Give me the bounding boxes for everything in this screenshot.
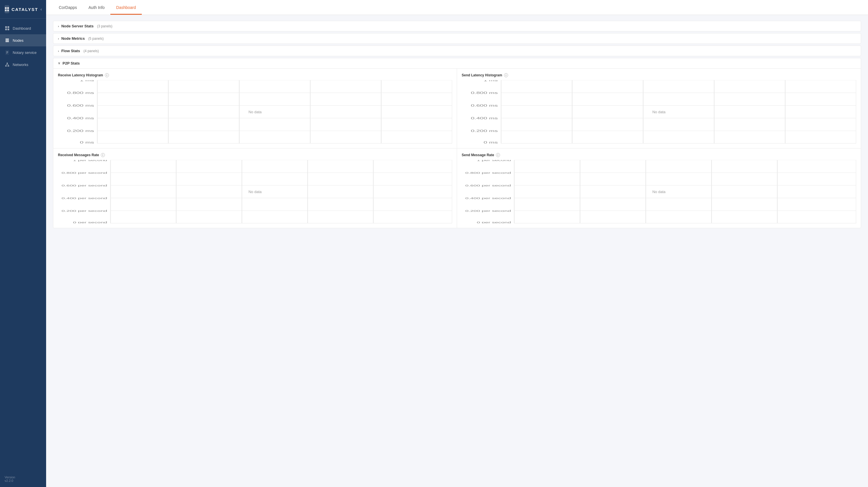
chart-send-message-rate: Send Message Rate i bbox=[457, 148, 861, 228]
section-count-node-metrics: (5 panels) bbox=[88, 37, 103, 41]
svg-text:0.800 per second: 0.800 per second bbox=[465, 171, 511, 174]
chart-svg-send-message-rate: 1 per second 0.800 per second 0.600 per … bbox=[462, 160, 856, 223]
svg-text:0 ms: 0 ms bbox=[484, 141, 498, 144]
section-p2p-stats: ∨ P2P Stats Receive Latency Histogram i bbox=[53, 58, 861, 228]
section-arrow-flow-stats: › bbox=[58, 49, 59, 53]
svg-text:0.800 per second: 0.800 per second bbox=[61, 171, 107, 174]
logo-text: CATALYST bbox=[11, 7, 38, 12]
section-flow-stats[interactable]: › Flow Stats (4 panels) bbox=[53, 45, 861, 56]
svg-rect-1 bbox=[7, 7, 9, 9]
info-icon-receive-latency[interactable]: i bbox=[105, 73, 109, 77]
chart-title-send-latency: Send Latency Histogram i bbox=[462, 73, 856, 77]
info-icon-received-messages-rate[interactable]: i bbox=[101, 153, 105, 157]
svg-text:0 per second: 0 per second bbox=[73, 221, 107, 223]
chart-area-received-messages-rate: 1 per second 0.800 per second 0.600 per … bbox=[58, 160, 452, 223]
nodes-icon bbox=[5, 38, 10, 43]
sidebar-item-dashboard[interactable]: Dashboard bbox=[0, 22, 46, 34]
svg-text:0 ms: 0 ms bbox=[80, 141, 94, 144]
version-number: v2.2.0 bbox=[5, 479, 41, 482]
chart-send-latency: Send Latency Histogram i bbox=[457, 68, 861, 148]
p2p-section-header[interactable]: ∨ P2P Stats bbox=[53, 58, 861, 68]
info-icon-send-message-rate[interactable]: i bbox=[496, 153, 500, 157]
svg-text:0.600 per second: 0.600 per second bbox=[465, 184, 511, 187]
networks-icon bbox=[5, 62, 10, 67]
section-label-flow-stats: Flow Stats bbox=[61, 49, 80, 53]
svg-text:1 ms: 1 ms bbox=[80, 80, 94, 82]
content-area: › Node Server Stats (3 panels) › Node Me… bbox=[46, 15, 868, 487]
section-label-node-server: Node Server Stats bbox=[61, 24, 94, 28]
svg-text:0.400 ms: 0.400 ms bbox=[471, 117, 498, 120]
chart-title-receive-latency: Receive Latency Histogram i bbox=[58, 73, 452, 77]
tab-authinfo[interactable]: Auth Info bbox=[83, 0, 111, 15]
chart-svg-received-messages-rate: 1 per second 0.800 per second 0.600 per … bbox=[58, 160, 452, 223]
svg-rect-9 bbox=[5, 40, 9, 41]
svg-point-15 bbox=[7, 63, 8, 64]
sidebar-nav: Dashboard Nodes N bbox=[0, 19, 46, 471]
section-count-flow-stats: (4 panels) bbox=[84, 49, 99, 53]
svg-text:0.200 per second: 0.200 per second bbox=[465, 209, 511, 212]
notary-icon bbox=[5, 50, 10, 55]
svg-text:0.200 per second: 0.200 per second bbox=[61, 209, 107, 212]
sidebar: CATALYST ‹ Dashboard bbox=[0, 0, 46, 487]
sidebar-item-notary[interactable]: Notary service bbox=[0, 47, 46, 59]
svg-text:0.400 per second: 0.400 per second bbox=[465, 196, 511, 200]
sidebar-item-nodes[interactable]: Nodes bbox=[0, 34, 46, 47]
main-content: CorDapps Auth Info Dashboard › Node Serv… bbox=[46, 0, 868, 487]
section-arrow-node-server: › bbox=[58, 25, 59, 28]
version-label: Version bbox=[5, 476, 41, 479]
svg-rect-7 bbox=[7, 29, 9, 30]
svg-rect-6 bbox=[5, 29, 7, 30]
svg-text:0.600 ms: 0.600 ms bbox=[471, 104, 498, 108]
chart-area-send-message-rate: 1 per second 0.800 per second 0.600 per … bbox=[462, 160, 856, 223]
chart-title-received-messages-rate: Received Messages Rate i bbox=[58, 153, 452, 157]
collapse-button[interactable]: ‹ bbox=[40, 7, 42, 11]
svg-rect-2 bbox=[5, 9, 7, 11]
chart-title-send-message-rate: Send Message Rate i bbox=[462, 153, 856, 157]
info-icon-send-latency[interactable]: i bbox=[504, 73, 508, 77]
tab-dashboard[interactable]: Dashboard bbox=[111, 0, 142, 15]
section-node-metrics[interactable]: › Node Metrics (5 panels) bbox=[53, 33, 861, 44]
sidebar-item-nodes-label: Nodes bbox=[13, 38, 24, 43]
svg-text:0.400 per second: 0.400 per second bbox=[61, 196, 107, 200]
sidebar-logo: CATALYST ‹ bbox=[0, 0, 46, 19]
svg-text:0.600 ms: 0.600 ms bbox=[67, 104, 94, 108]
svg-text:1 per second: 1 per second bbox=[73, 160, 107, 162]
svg-text:0 per second: 0 per second bbox=[477, 221, 511, 223]
sidebar-item-dashboard-label: Dashboard bbox=[13, 26, 31, 31]
svg-text:0.600 per second: 0.600 per second bbox=[61, 184, 107, 187]
chart-receive-latency: Receive Latency Histogram i bbox=[53, 68, 457, 148]
header: CorDapps Auth Info Dashboard bbox=[46, 0, 868, 15]
charts-grid: Receive Latency Histogram i bbox=[53, 68, 861, 228]
svg-text:0.200 ms: 0.200 ms bbox=[67, 129, 94, 133]
section-arrow-node-metrics: › bbox=[58, 37, 59, 40]
chart-area-receive-latency: 1 ms 0.800 ms 0.600 ms 0.400 ms 0.200 ms… bbox=[58, 80, 452, 144]
svg-rect-3 bbox=[7, 9, 9, 11]
sidebar-item-notary-label: Notary service bbox=[13, 51, 37, 55]
sidebar-item-networks[interactable]: Networks bbox=[0, 59, 46, 70]
svg-text:0.800 ms: 0.800 ms bbox=[67, 91, 94, 95]
version-info: Version v2.2.0 bbox=[0, 471, 46, 487]
tab-cordapps[interactable]: CorDapps bbox=[53, 0, 83, 15]
svg-line-19 bbox=[7, 64, 9, 65]
p2p-section-arrow: ∨ bbox=[58, 61, 60, 65]
p2p-section-label: P2P Stats bbox=[63, 61, 80, 65]
svg-rect-10 bbox=[5, 41, 9, 42]
logo-icon bbox=[5, 5, 9, 13]
svg-text:0.200 ms: 0.200 ms bbox=[471, 129, 498, 133]
dashboard-icon bbox=[5, 26, 10, 31]
svg-text:1 per second: 1 per second bbox=[477, 160, 511, 162]
svg-rect-5 bbox=[7, 26, 9, 28]
svg-rect-4 bbox=[5, 26, 7, 28]
section-label-node-metrics: Node Metrics bbox=[61, 36, 85, 41]
chart-svg-receive-latency: 1 ms 0.800 ms 0.600 ms 0.400 ms 0.200 ms… bbox=[58, 80, 452, 144]
svg-text:0.800 ms: 0.800 ms bbox=[471, 91, 498, 95]
section-node-server-stats[interactable]: › Node Server Stats (3 panels) bbox=[53, 21, 861, 31]
chart-svg-send-latency: 1 ms 0.800 ms 0.600 ms 0.400 ms 0.200 ms… bbox=[462, 80, 856, 144]
svg-rect-8 bbox=[5, 39, 9, 39]
section-count-node-server: (3 panels) bbox=[97, 24, 113, 28]
svg-text:0.400 ms: 0.400 ms bbox=[67, 117, 94, 120]
chart-received-messages-rate: Received Messages Rate i bbox=[53, 148, 457, 228]
svg-rect-0 bbox=[5, 7, 7, 9]
sidebar-item-networks-label: Networks bbox=[13, 63, 28, 67]
svg-line-18 bbox=[6, 64, 7, 65]
